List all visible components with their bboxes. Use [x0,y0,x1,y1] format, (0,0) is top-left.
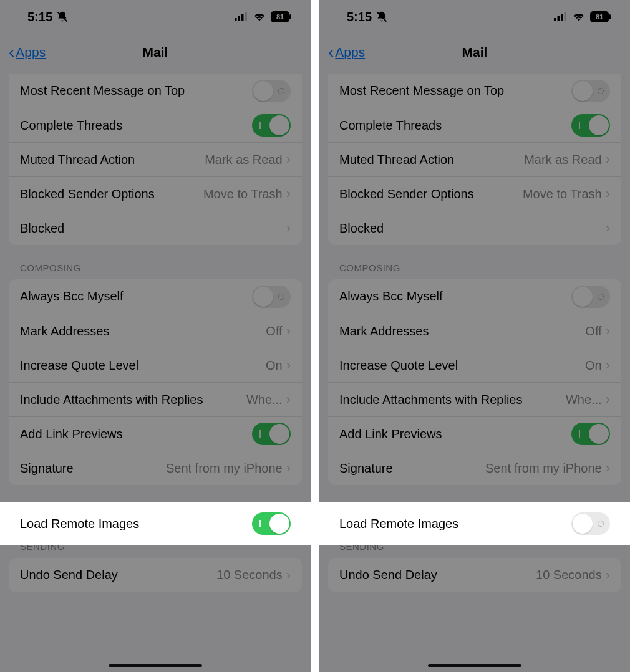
row-undo-send-delay[interactable]: Undo Send Delay 10 Seconds › [9,558,302,592]
sending-group: Undo Send Delay 10 Seconds › [9,558,302,592]
page-title: Mail [462,45,488,60]
status-bar: 5:15 81 [319,0,630,34]
svg-text:81: 81 [276,13,284,21]
row-signature[interactable]: Signature Sent from my iPhone › [328,451,621,485]
toggle-most-recent[interactable] [252,80,291,102]
dnd-icon [56,11,69,23]
signature-label: Signature [339,461,485,476]
row-load-remote-images[interactable]: Load Remote Images [0,502,311,545]
toggle-complete-threads[interactable] [571,114,610,137]
row-add-link-previews[interactable]: Add Link Previews [328,416,621,451]
add-link-previews-label: Add Link Previews [20,427,252,441]
blocked-options-value: Move to Trash [203,187,283,201]
blocked-options-value: Move to Trash [523,187,602,201]
row-muted-action[interactable]: Muted Thread Action Mark as Read › [9,142,302,176]
signal-icon [235,12,248,21]
include-attachments-value: Whe... [246,393,283,407]
include-attachments-value: Whe... [566,393,602,407]
row-quote-level[interactable]: Increase Quote Level On › [9,348,302,382]
row-include-attachments[interactable]: Include Attachments with Replies Whe... … [328,382,621,416]
toggle-load-remote-images[interactable] [252,512,291,535]
section-header-composing: Composing [0,245,311,279]
signature-value: Sent from my iPhone [485,461,602,476]
row-blocked-sender-options[interactable]: Blocked Sender Options Move to Trash › [9,176,302,211]
status-time: 5:15 [347,10,372,24]
mark-addresses-value: Off [266,324,282,338]
wifi-icon [573,12,585,21]
row-complete-threads[interactable]: Complete Threads [9,108,302,142]
row-muted-action[interactable]: Muted Thread Action Mark as Read › [328,142,621,176]
screenshot-left: 5:15 81 ‹ Apps Mail Most Rece [0,0,311,672]
signature-label: Signature [20,461,166,476]
mark-addresses-value: Off [585,324,601,338]
chevron-right-icon: › [606,357,610,373]
quote-level-label: Increase Quote Level [20,358,266,373]
chevron-left-icon: ‹ [9,42,14,62]
toggle-load-remote-images[interactable] [571,512,610,535]
toggle-link-previews[interactable] [252,423,291,445]
row-load-remote-images[interactable]: Load Remote Images [319,502,630,545]
chevron-right-icon: › [286,151,291,168]
row-include-attachments[interactable]: Include Attachments with Replies Whe... … [9,382,302,416]
add-link-previews-label: Add Link Previews [339,427,571,441]
blocked-label: Blocked [20,221,286,236]
home-indicator[interactable] [428,664,521,667]
sending-group: Undo Send Delay 10 Seconds › [328,558,621,592]
toggle-always-bcc[interactable] [252,286,291,308]
nav-bar: ‹ Apps Mail [319,34,630,71]
svg-rect-11 [561,14,563,21]
row-most-recent[interactable]: Most Recent Message on Top [9,74,302,108]
row-always-bcc[interactable]: Always Bcc Myself [9,279,302,314]
chevron-right-icon: › [606,323,610,339]
toggle-link-previews[interactable] [571,423,610,445]
svg-rect-1 [235,18,237,21]
threading-group: Most Recent Message on Top Complete Thre… [328,74,621,245]
svg-rect-2 [238,16,241,21]
row-mark-addresses[interactable]: Mark Addresses Off › [9,314,302,348]
row-complete-threads[interactable]: Complete Threads [328,108,621,142]
complete-threads-label: Complete Threads [20,118,252,133]
back-button[interactable]: ‹ Apps [9,34,46,71]
load-remote-label: Load Remote Images [339,517,571,531]
chevron-right-icon: › [286,460,291,476]
toggle-most-recent[interactable] [571,80,610,102]
battery-icon: 81 [590,11,611,22]
row-signature[interactable]: Signature Sent from my iPhone › [9,451,302,485]
muted-action-value: Mark as Read [205,153,283,167]
composing-group: Always Bcc Myself Mark Addresses Off › I… [328,279,621,485]
chevron-right-icon: › [606,186,610,202]
chevron-right-icon: › [286,357,291,373]
svg-text:81: 81 [596,13,603,21]
undo-send-label: Undo Send Delay [339,568,536,582]
chevron-right-icon: › [286,323,291,339]
row-blocked[interactable]: Blocked › [328,211,621,245]
mark-addresses-label: Mark Addresses [20,324,266,338]
row-mark-addresses[interactable]: Mark Addresses Off › [328,314,621,348]
toggle-complete-threads[interactable] [252,114,291,137]
toggle-always-bcc[interactable] [571,286,610,308]
most-recent-label: Most Recent Message on Top [339,84,571,98]
nav-bar: ‹ Apps Mail [0,34,311,71]
undo-send-value: 10 Seconds [216,568,283,582]
row-always-bcc[interactable]: Always Bcc Myself [328,279,621,314]
row-blocked-sender-options[interactable]: Blocked Sender Options Move to Trash › [328,176,621,211]
row-blocked[interactable]: Blocked › [9,211,302,245]
home-indicator[interactable] [109,664,202,667]
undo-send-value: 10 Seconds [536,568,602,582]
undo-send-label: Undo Send Delay [20,568,216,582]
chevron-right-icon: › [606,151,610,168]
blocked-options-label: Blocked Sender Options [20,187,203,201]
row-add-link-previews[interactable]: Add Link Previews [9,416,302,451]
always-bcc-label: Always Bcc Myself [339,289,571,304]
quote-level-value: On [585,358,602,373]
back-button[interactable]: ‹ Apps [328,34,365,71]
svg-rect-10 [558,16,560,21]
battery-icon: 81 [271,11,292,22]
row-undo-send-delay[interactable]: Undo Send Delay 10 Seconds › [328,558,621,592]
include-attachments-label: Include Attachments with Replies [20,393,246,407]
complete-threads-label: Complete Threads [339,118,571,133]
row-quote-level[interactable]: Increase Quote Level On › [328,348,621,382]
muted-action-label: Muted Thread Action [20,153,205,167]
chevron-right-icon: › [606,391,610,408]
row-most-recent[interactable]: Most Recent Message on Top [328,74,621,108]
